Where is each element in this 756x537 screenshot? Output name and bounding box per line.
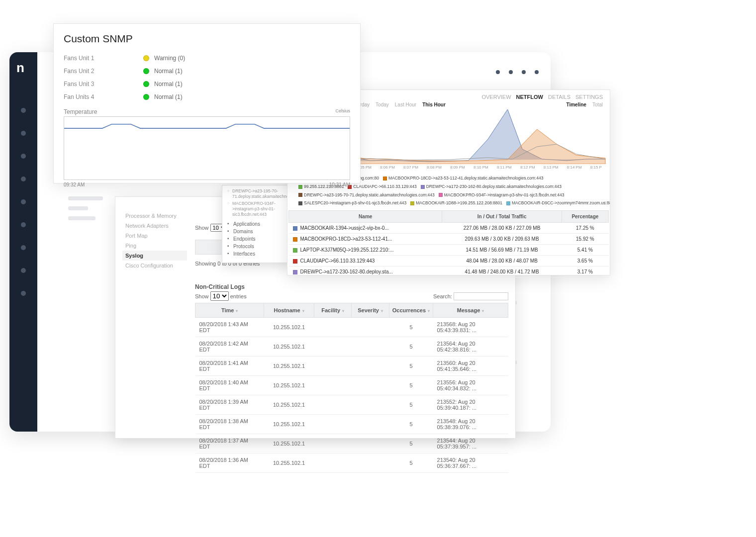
snmp-status-row: Fans Unit 1Warning (0) [64,52,350,65]
time-range-tab[interactable]: This Hour [422,102,446,107]
sidebar-skeleton-dot [21,291,26,296]
show-entries-noncrit: Show 10 entries [195,291,247,301]
table-row[interactable]: 08/20/2018 1:40 AM EDT10.255.102.1521355… [195,376,508,395]
table-row[interactable]: MACBOOKPRO-18CD->a23-53-112-41...209.63 … [289,234,609,245]
x-tick-label: 8:10 PM [473,165,488,170]
column-header[interactable]: Occurrences▾ [389,303,433,318]
sort-icon: ▾ [428,309,430,313]
time-range-tab[interactable]: Last Hour [395,102,416,107]
table-row[interactable]: 08/20/2018 1:43 AM EDT10.255.102.1521356… [195,318,508,337]
snmp-status-row: Fans Unit 2Normal (1) [64,65,350,78]
status-dot-icon [143,68,149,74]
legend-row: SALESPC20->instagram-p3-shv-01-sjc3.fbcd… [287,199,610,207]
popup-menu-item[interactable]: Endpoints [227,235,286,243]
netflow-tab[interactable]: NETFLOW [516,94,543,100]
snmp-status-row: Fan Units 4Normal (1) [64,90,350,103]
time-end: 10:31 AM [329,182,350,187]
column-header[interactable]: Hostname▾ [264,303,314,318]
legend-swatch-icon [506,201,510,205]
legend-swatch-icon [421,185,425,189]
table-row[interactable]: 08/20/2018 1:41 AM EDT10.255.102.1521356… [195,357,508,376]
snmp-item-label: Fans Unit 2 [64,68,143,75]
snmp-status-row: Fans Unit 3Normal (1) [64,78,350,90]
nf-column-header[interactable]: Name [289,211,442,223]
legend-text: DREWPC->a23-195-70-71.deploy.static.akam… [304,192,435,197]
temperature-label: Temperature [64,108,97,115]
flow-filter-popup: DREWPC->a23-195-70-71.deploy.static.akam… [222,185,291,263]
search-label: Search: [433,293,452,299]
netflow-table: NameIn / Out / Total TrafficPercentage M… [288,210,609,277]
table-row[interactable]: 08/20/2018 1:37 AM EDT10.255.102.1521354… [195,434,508,453]
series-swatch-icon [293,226,297,231]
netflow-tab[interactable]: OVERVIEW [481,94,511,100]
netflow-tab[interactable]: SETTINGS [575,94,603,100]
sort-icon: ▾ [381,309,383,313]
legend-text: MACBOOKPRO-18CD->a23-53-112-41.deploy.st… [388,176,543,180]
snmp-item-label: Fans Unit 1 [64,55,143,62]
series-swatch-icon [293,248,297,253]
table-row[interactable]: 08/20/2018 1:38 AM EDT10.255.102.1521354… [195,415,508,434]
nf-column-header[interactable]: In / Out / Total Traffic [442,211,562,223]
skeleton-line [68,206,88,210]
sidebar-skeleton-dot [21,245,26,250]
legend-swatch-icon [298,193,302,197]
skeleton-line [68,196,103,200]
app-sidebar: n [9,52,37,432]
series-swatch-icon [293,270,297,274]
snmp-status-text: Normal (1) [154,68,183,75]
x-tick-label: 8:15 P [590,165,602,170]
custom-snmp-panel: Custom SNMP Fans Unit 1Warning (0)Fans U… [53,23,361,183]
x-tick-label: 8:09 PM [450,165,465,170]
snmp-title: Custom SNMP [64,33,350,45]
subnav-item[interactable]: Syslog [122,251,187,261]
entries-label: entries [230,293,247,299]
subnav-item[interactable]: Cisco Configuration [122,261,187,270]
table-row[interactable]: LAPTOP-K3J7M05Q->199.255.122.210:...14.5… [289,245,609,256]
nf-column-header[interactable]: Percentage [562,211,608,223]
temperature-chart [64,116,350,180]
column-header[interactable]: Message▾ [433,303,508,318]
status-dot-icon [143,55,149,61]
sort-icon: ▾ [236,309,238,313]
table-row[interactable]: CLAUDIAPC->66.110.33.129:44348.04 MB / 2… [289,256,609,267]
sort-icon: ▾ [482,309,484,313]
popup-menu-item[interactable]: Interfaces [227,250,286,258]
subnav-item[interactable]: Ping [122,241,187,251]
table-row[interactable]: MACBOOKAIR-1394->ussjc2-vip-bx-0...227.0… [289,223,609,234]
popup-menu-item[interactable]: Domains [227,228,286,235]
view-mode-tab[interactable]: Total [592,102,603,107]
search-input[interactable] [454,292,508,300]
popup-menu-item[interactable]: Applications [227,220,286,228]
snmp-status-text: Normal (1) [154,93,183,100]
subnav-item[interactable]: Network Adapters [122,221,187,231]
sidebar-skeleton-dot [21,154,26,159]
column-header[interactable]: Facility▾ [314,303,351,318]
table-row[interactable]: 08/20/2018 1:36 AM EDT10.255.102.1521354… [195,453,508,473]
subnav-item[interactable]: Port Map [122,231,187,241]
dot-icon [509,70,513,74]
snmp-status-text: Warning (0) [154,55,185,62]
column-header[interactable]: Time▾ [195,303,264,318]
sidebar-skeleton-dot [21,222,26,227]
popup-menu-item[interactable]: Protocols [227,243,286,250]
app-logo-icon: n [16,60,30,74]
x-tick-label: 8:12 PM [520,165,535,170]
show-select-noncrit[interactable]: 10 [210,291,229,301]
time-start: 09:32 AM [64,182,85,187]
column-header[interactable]: Severity▾ [352,303,389,318]
legend-text: SALESPC20->instagram-p3-shv-01-sjc3.fbcd… [304,200,406,205]
x-tick-label: 8:07 PM [403,165,418,170]
series-swatch-icon [293,259,297,264]
time-range-tab[interactable]: Today [376,102,389,107]
subnav-item[interactable]: Processor & Memory [122,211,187,221]
table-row[interactable]: 08/20/2018 1:42 AM EDT10.255.102.1521356… [195,337,508,357]
legend-text: DREWPC->a172-230-162-80.deploy.static.ak… [426,184,562,189]
status-dot-icon [143,94,149,100]
table-row[interactable]: 08/20/2018 1:39 AM EDT10.255.102.1521355… [195,395,508,415]
table-row[interactable]: DREWPC->a172-230-162-80.deploy.sta...41.… [289,267,609,277]
netflow-tab[interactable]: DETAILS [548,94,570,100]
view-mode-tab[interactable]: Timeline [566,102,586,107]
legend-swatch-icon [383,177,387,180]
sidebar-skeleton-dot [21,177,26,181]
legend-swatch-icon [439,193,443,197]
